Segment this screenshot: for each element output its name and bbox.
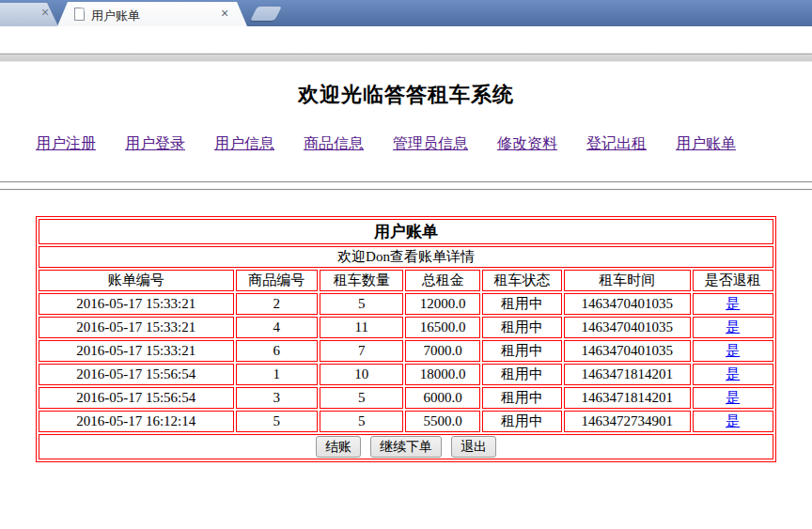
divider — [0, 181, 812, 183]
bill-row: 2016-05-17 15:56:54356000.0租用中1463471814… — [39, 387, 773, 409]
nav-link-user-info[interactable]: 用户信息 — [214, 134, 274, 154]
cell-total-rent: 7000.0 — [405, 340, 479, 362]
cell-bill-id: 2016-05-17 16:12:14 — [39, 411, 234, 432]
return-link[interactable]: 是 — [726, 296, 740, 311]
continue-order-button[interactable]: 继续下单 — [370, 436, 442, 458]
cell-rent-time: 1463470401035 — [564, 293, 690, 315]
cell-quantity: 11 — [320, 317, 404, 338]
close-icon[interactable]: × — [38, 6, 53, 21]
cell-rent-time: 1463470401035 — [564, 340, 690, 362]
cell-product-id: 6 — [236, 340, 318, 362]
cell-bill-id: 2016-05-17 15:33:21 — [39, 340, 234, 362]
column-header-product-id: 商品编号 — [236, 270, 318, 291]
cell-bill-id: 2016-05-17 15:33:21 — [39, 293, 234, 315]
bill-row: 2016-05-17 15:33:212512000.0租用中146347040… — [39, 293, 773, 315]
cell-status: 租用中 — [482, 317, 562, 338]
cell-return: 是 — [693, 340, 774, 362]
cell-quantity: 5 — [320, 293, 404, 315]
cell-product-id: 4 — [236, 317, 318, 338]
nav-link-edit-profile[interactable]: 修改资料 — [497, 134, 557, 154]
nav-link-register-rental[interactable]: 登记出租 — [586, 134, 647, 154]
divider — [0, 189, 812, 191]
column-header-bill-id: 账单编号 — [39, 270, 234, 291]
cell-status: 租用中 — [482, 364, 562, 385]
cell-bill-id: 2016-05-17 15:33:21 — [39, 317, 234, 338]
cell-return: 是 — [693, 317, 774, 338]
bill-title: 用户账单 — [39, 219, 773, 244]
new-tab-button[interactable] — [250, 7, 282, 21]
cell-rent-time: 1463471814201 — [564, 364, 690, 385]
cell-total-rent: 16500.0 — [405, 317, 479, 338]
cell-bill-id: 2016-05-17 15:56:54 — [39, 387, 234, 409]
tab-title: 用户账单 — [91, 8, 140, 24]
cell-quantity: 5 — [320, 387, 404, 409]
cell-total-rent: 5500.0 — [405, 411, 479, 432]
return-link[interactable]: 是 — [726, 366, 740, 381]
page-title: 欢迎光临答答租车系统 — [0, 81, 812, 109]
cell-return: 是 — [693, 411, 774, 432]
cell-quantity: 7 — [320, 340, 404, 362]
cell-rent-time: 1463470401035 — [564, 317, 690, 338]
return-link[interactable]: 是 — [726, 343, 740, 358]
cell-total-rent: 12000.0 — [405, 293, 479, 315]
tab-user-bill[interactable]: 用户账单 × — [57, 2, 247, 26]
tab-strip: × 用户账单 × — [0, 0, 812, 26]
cell-quantity: 5 — [320, 411, 404, 432]
settle-button[interactable]: 结账 — [316, 436, 361, 458]
cell-status: 租用中 — [482, 293, 562, 315]
cell-product-id: 2 — [236, 293, 318, 315]
nav-link-register[interactable]: 用户注册 — [36, 134, 96, 154]
return-link[interactable]: 是 — [726, 413, 740, 428]
cell-return: 是 — [693, 364, 774, 385]
bill-table-body: 用户账单 欢迎Don查看账单详情 账单编号商品编号租车数量总租金租车状态租车时间… — [39, 219, 773, 459]
cell-return: 是 — [693, 387, 774, 409]
column-header-status: 租车状态 — [482, 270, 562, 291]
cell-rent-time: 1463471814201 — [564, 387, 690, 409]
column-header-quantity: 租车数量 — [320, 270, 404, 291]
cell-product-id: 5 — [236, 411, 318, 432]
nav-link-user-bill[interactable]: 用户账单 — [676, 134, 736, 154]
cell-product-id: 3 — [236, 387, 318, 409]
cell-total-rent: 6000.0 — [405, 387, 479, 409]
tab-inactive[interactable]: × — [0, 3, 58, 26]
nav-link-admin-info[interactable]: 管理员信息 — [393, 134, 468, 154]
cell-product-id: 1 — [236, 364, 318, 385]
cell-status: 租用中 — [482, 387, 562, 409]
browser-toolbar — [0, 26, 812, 54]
chrome-separator — [0, 54, 812, 62]
return-link[interactable]: 是 — [726, 390, 740, 405]
cell-rent-time: 1463472734901 — [564, 411, 690, 432]
cell-return: 是 — [693, 293, 774, 315]
cell-total-rent: 18000.0 — [405, 364, 479, 385]
bill-row: 2016-05-17 15:56:5411018000.0租用中14634718… — [39, 364, 773, 385]
bill-actions-row: 结账继续下单退出 — [39, 434, 773, 459]
exit-button[interactable]: 退出 — [451, 436, 496, 458]
bill-row: 2016-05-17 16:12:14555500.0租用中1463472734… — [39, 411, 773, 432]
cell-quantity: 10 — [320, 364, 404, 385]
column-header-return: 是否退租 — [693, 270, 774, 291]
column-header-total-rent: 总租金 — [405, 270, 479, 291]
return-link[interactable]: 是 — [726, 319, 740, 335]
bill-row: 2016-05-17 15:33:21677000.0租用中1463470401… — [39, 340, 773, 362]
page-icon — [74, 8, 85, 21]
actions-cell: 结账继续下单退出 — [39, 434, 773, 459]
bill-subtitle: 欢迎Don查看账单详情 — [39, 246, 773, 268]
nav-link-login[interactable]: 用户登录 — [125, 134, 185, 154]
nav-link-product-info[interactable]: 商品信息 — [304, 134, 364, 154]
bill-row: 2016-05-17 15:33:2141116500.0租用中14634704… — [39, 317, 773, 338]
bill-header-row: 账单编号商品编号租车数量总租金租车状态租车时间是否退租 — [39, 270, 773, 291]
bill-table: 用户账单 欢迎Don查看账单详情 账单编号商品编号租车数量总租金租车状态租车时间… — [36, 216, 776, 462]
main-nav: 用户注册用户登录用户信息商品信息管理员信息修改资料登记出租用户账单 — [36, 134, 812, 154]
close-icon[interactable]: × — [217, 7, 232, 22]
cell-status: 租用中 — [482, 411, 562, 432]
column-header-rent-time: 租车时间 — [564, 270, 690, 291]
cell-status: 租用中 — [482, 340, 562, 362]
cell-bill-id: 2016-05-17 15:56:54 — [39, 364, 234, 385]
